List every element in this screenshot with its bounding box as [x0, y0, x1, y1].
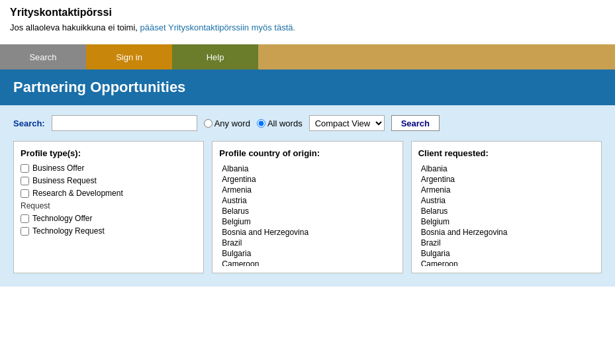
profile-type-box: Profile type(s): Business Offer Business… — [13, 141, 204, 273]
checkbox-technology-offer: Technology Offer — [21, 214, 197, 223]
checkbox-technology-request-input[interactable] — [21, 227, 29, 236]
checkbox-business-offer: Business Offer — [21, 163, 197, 173]
search-input[interactable] — [52, 115, 197, 131]
nav-signin[interactable]: Sign in — [86, 44, 172, 69]
list-item[interactable]: Belgium — [219, 216, 395, 227]
radio-any-word-label: Any word — [214, 118, 250, 128]
nav-help[interactable]: Help — [172, 44, 258, 69]
radio-all-words-label: All words — [267, 118, 303, 128]
page-title: Yrityskontaktipörssi — [10, 7, 605, 19]
radio-any-word[interactable] — [204, 119, 213, 128]
request-group-label: Request — [21, 201, 197, 210]
checkbox-business-request: Business Request — [21, 176, 197, 185]
checkbox-technology-request: Technology Request — [21, 226, 197, 236]
radio-all-words[interactable] — [257, 119, 265, 128]
checkbox-business-request-label: Business Request — [32, 176, 97, 185]
profile-type-title: Profile type(s): — [21, 148, 197, 158]
list-item[interactable]: Brazil — [219, 238, 395, 248]
checkbox-technology-offer-input[interactable] — [21, 214, 29, 223]
checkbox-research-dev: Research & Development — [21, 189, 197, 198]
checkbox-technology-request-label: Technology Request — [32, 226, 105, 236]
filters-row: Profile type(s): Business Offer Business… — [13, 141, 602, 273]
search-button[interactable]: Search — [391, 115, 440, 131]
checkbox-business-offer-input[interactable] — [21, 164, 29, 173]
list-item[interactable]: Austria — [219, 195, 395, 206]
nav-bar: Search Sign in Help — [0, 44, 615, 69]
checkbox-technology-offer-label: Technology Offer — [32, 214, 93, 223]
checkbox-business-offer-label: Business Offer — [32, 163, 84, 173]
list-item[interactable]: Bosnia and Herzegovina — [418, 227, 594, 238]
list-item[interactable]: Armenia — [219, 185, 395, 195]
client-requested-box: Client requested: AlbaniaArgentinaArmeni… — [411, 141, 602, 273]
list-item[interactable]: Cameroon — [418, 259, 594, 266]
list-item[interactable]: Argentina — [418, 174, 594, 185]
checkbox-business-request-input[interactable] — [21, 177, 29, 185]
list-item[interactable]: Belarus — [418, 206, 594, 216]
list-item[interactable]: Austria — [418, 195, 594, 206]
list-item[interactable]: Brazil — [418, 238, 594, 248]
list-item[interactable]: Argentina — [219, 174, 395, 185]
client-requested-list[interactable]: AlbaniaArgentinaArmeniaAustriaBelarusBel… — [418, 163, 594, 266]
list-item[interactable]: Albania — [219, 163, 395, 174]
search-panel: Search: Any word All words Compact View … — [0, 105, 615, 287]
checkbox-research-dev-input[interactable] — [21, 189, 29, 198]
list-item[interactable]: Albania — [418, 163, 594, 174]
intro-text: Jos allaoleva hakuikkuna ei toimi, pääse… — [10, 23, 605, 32]
search-row: Search: Any word All words Compact View … — [13, 115, 602, 131]
intro-link[interactable]: pääset Yrityskontaktipörssiin myös tästä… — [140, 23, 296, 32]
nav-search[interactable]: Search — [0, 44, 86, 69]
profile-country-title: Profile country of origin: — [219, 148, 395, 158]
radio-any-word-option[interactable]: Any word — [204, 118, 250, 128]
list-item[interactable]: Belgium — [418, 216, 594, 227]
nav-spacer — [258, 44, 615, 69]
list-item[interactable]: Cameroon — [219, 259, 395, 266]
compact-view-select[interactable]: Compact View — [309, 115, 385, 131]
checkbox-research-dev-label: Research & Development — [32, 189, 123, 198]
list-item[interactable]: Bulgaria — [418, 248, 594, 259]
profile-country-list[interactable]: AlbaniaArgentinaArmeniaAustriaBelarusBel… — [219, 163, 395, 266]
list-item[interactable]: Bosnia and Herzegovina — [219, 227, 395, 238]
list-item[interactable]: Armenia — [418, 185, 594, 195]
search-label: Search: — [13, 118, 45, 128]
top-section: Yrityskontaktipörssi Jos allaoleva hakui… — [0, 0, 615, 44]
profile-country-box: Profile country of origin: AlbaniaArgent… — [212, 141, 402, 273]
list-item[interactable]: Belarus — [219, 206, 395, 216]
list-item[interactable]: Bulgaria — [219, 248, 395, 259]
radio-all-words-option[interactable]: All words — [257, 118, 303, 128]
client-requested-title: Client requested: — [418, 148, 594, 158]
main-header: Partnering Opportunities — [0, 69, 615, 105]
